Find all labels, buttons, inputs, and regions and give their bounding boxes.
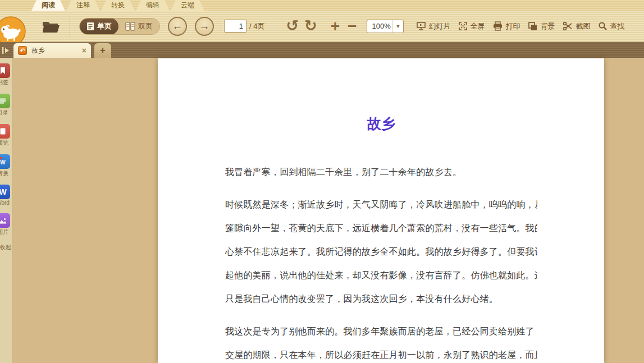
svg-text:W: W	[0, 159, 6, 166]
sidebar-item-preview[interactable]: 预览	[0, 124, 12, 147]
ribbon-tab-annotate[interactable]: 注释	[66, 0, 100, 11]
fullscreen-icon	[458, 21, 468, 31]
print-label: 打印	[505, 21, 520, 31]
double-page-button[interactable]: 双页	[118, 18, 159, 35]
convert-icon: W	[0, 154, 10, 169]
previous-page-button[interactable]: ←	[168, 17, 187, 36]
document-body: 我冒着严寒，回到相隔二千余里，别了二十余年的故乡去。时候既然是深冬；渐近故乡时，…	[225, 160, 537, 363]
main-toolbar: 单页 双页 ← → / 4页 ↺ ↻ +	[0, 11, 644, 42]
sidebar-collapse-button[interactable]: 收起	[0, 243, 12, 251]
background-label: 背景	[540, 21, 555, 31]
page-total-label: / 4页	[249, 21, 264, 31]
sidebar-label-bookmarks: 书签	[0, 79, 12, 86]
sidebar-label-preview: 预览	[0, 139, 12, 147]
fullscreen-button[interactable]: 全屏	[458, 21, 485, 31]
snapshot-button[interactable]: 截图	[563, 21, 590, 31]
next-page-button[interactable]: →	[195, 17, 214, 36]
print-button[interactable]: 打印	[492, 21, 520, 31]
slideshow-label: 幻灯片	[428, 21, 450, 31]
document-page[interactable]: 故乡 我冒着严寒，回到相隔二千余里，别了二十余年的故乡去。时候既然是深冬；渐近故…	[158, 58, 604, 363]
bookmark-icon	[0, 63, 10, 78]
sidebar-label-image: 图片	[0, 228, 12, 236]
ribbon-tab-edit[interactable]: 编辑	[136, 0, 170, 11]
text-line: 起他的美丽，说出他的佳处来，却又没有影像，没有言辞了。仿佛也就如此。这	[225, 264, 537, 287]
chevron-down-icon: ▼	[392, 20, 403, 33]
paragraph: 我冒着严寒，回到相隔二千余里，别了二十余年的故乡去。	[225, 160, 537, 184]
paragraph: 我这次是专为了别他而来的。我们多年聚族而居的老屋，已经公同卖给别姓了，交屋的期限…	[225, 320, 537, 363]
double-page-icon	[125, 22, 135, 31]
snapshot-label: 截图	[576, 21, 590, 31]
print-icon	[492, 21, 503, 31]
slideshow-icon	[416, 21, 426, 31]
preview-icon	[0, 124, 10, 139]
zoom-level-dropdown[interactable]: 100% ▼	[367, 20, 404, 33]
snapshot-scissors-icon	[563, 21, 573, 31]
find-button[interactable]: 查找	[598, 21, 624, 31]
single-page-icon	[86, 22, 94, 31]
single-page-button[interactable]: 单页	[80, 18, 118, 35]
document-tab-icon: ↶	[18, 46, 27, 55]
text-line: 我冒着严寒，回到相隔二千余里，别了二十余年的故乡去。	[225, 160, 537, 184]
double-page-label: 双页	[138, 21, 153, 31]
ribbon-tab-read[interactable]: 阅读	[31, 0, 65, 11]
search-icon	[598, 21, 608, 31]
page-mode-toggle: 单页 双页	[79, 18, 160, 35]
text-line: 只是我自己心情的改变罢了，因为我这次回乡，本没有什么好心绪。	[225, 287, 537, 311]
collapse-tabbar-icon[interactable]	[1, 45, 10, 56]
zoom-out-button[interactable]: −	[348, 19, 357, 34]
background-button[interactable]: 背景	[528, 21, 555, 31]
sidebar-label-convert: 转换	[0, 169, 12, 177]
sidebar-label-word: Word	[0, 200, 12, 206]
word-icon: W	[0, 185, 10, 199]
zoom-level-value: 100%	[367, 22, 392, 30]
word-glyph: W	[0, 187, 7, 196]
arrow-right-icon: →	[199, 20, 210, 33]
document-tab-bar: ↶ 故乡 × +	[0, 42, 644, 58]
ribbon-tab-cloud[interactable]: 云端	[171, 0, 204, 11]
rotate-ccw-icon[interactable]: ↺	[286, 19, 299, 34]
image-icon	[0, 213, 10, 228]
fullscreen-label: 全屏	[470, 21, 485, 31]
sidebar-label-toc: 目录	[0, 109, 12, 117]
text-line: 交屋的期限，只在本年，所以必须赶在正月初一以前，永别了熟识的老屋，而且	[225, 343, 537, 363]
document-tab[interactable]: ↶ 故乡 ×	[13, 43, 91, 58]
new-tab-button[interactable]: +	[94, 43, 111, 58]
arrow-left-icon: ←	[172, 20, 183, 33]
pdf-reader-window: 阅读 注释 转换 编辑 云端	[0, 0, 644, 363]
toolbar-actions: 幻灯片 全屏 打印	[416, 21, 632, 31]
text-line: 时候既然是深冬；渐近故乡时，天气又阴晦了，冷风吹进船舱中，呜呜的响，从	[225, 193, 537, 217]
sidebar-item-word[interactable]: W Word	[0, 185, 12, 206]
text-line: 篷隙向外一望，苍黄的天底下，远近横着几个萧索的荒村，没有一些活气。我的	[225, 217, 537, 240]
sidebar-item-convert[interactable]: W 转换	[0, 154, 12, 177]
zoom-in-button[interactable]: +	[331, 19, 340, 34]
sidebar-item-image[interactable]: 图片	[0, 213, 12, 236]
find-label: 查找	[610, 21, 624, 31]
paragraph: 时候既然是深冬；渐近故乡时，天气又阴晦了，冷风吹进船舱中，呜呜的响，从篷隙向外一…	[225, 193, 537, 311]
rotate-cw-icon[interactable]: ↻	[304, 19, 317, 34]
text-line: 我这次是专为了别他而来的。我们多年聚族而居的老屋，已经公同卖给别姓了，	[225, 320, 537, 343]
toc-icon	[0, 94, 10, 108]
sidebar-item-toc[interactable]: 目录	[0, 94, 12, 117]
single-page-label: 单页	[97, 21, 112, 31]
toolbar-separator	[70, 16, 70, 37]
document-title: 故乡	[225, 113, 537, 134]
document-tab-label: 故乡	[31, 46, 82, 56]
ribbon-tab-row: 阅读 注释 转换 编辑 云端	[0, 0, 644, 11]
content-area: 书签 目录 预览	[0, 58, 644, 363]
sidebar-item-bookmarks[interactable]: 书签	[0, 63, 12, 86]
app-logo-dog-icon[interactable]	[0, 11, 31, 42]
plus-icon: +	[100, 45, 105, 56]
open-file-folder-icon[interactable]	[42, 19, 61, 34]
left-sidebar: 书签 目录 预览	[0, 58, 12, 363]
background-icon	[528, 21, 538, 31]
ribbon-tab-convert[interactable]: 转换	[101, 0, 135, 11]
text-line: 心禁不住悲凉起来了。我所记得的故乡全不如此。我的故乡好得多了。但要我记	[225, 240, 537, 264]
close-tab-icon[interactable]: ×	[82, 46, 86, 55]
page-number-input[interactable]	[224, 20, 246, 33]
slideshow-button[interactable]: 幻灯片	[416, 21, 450, 31]
